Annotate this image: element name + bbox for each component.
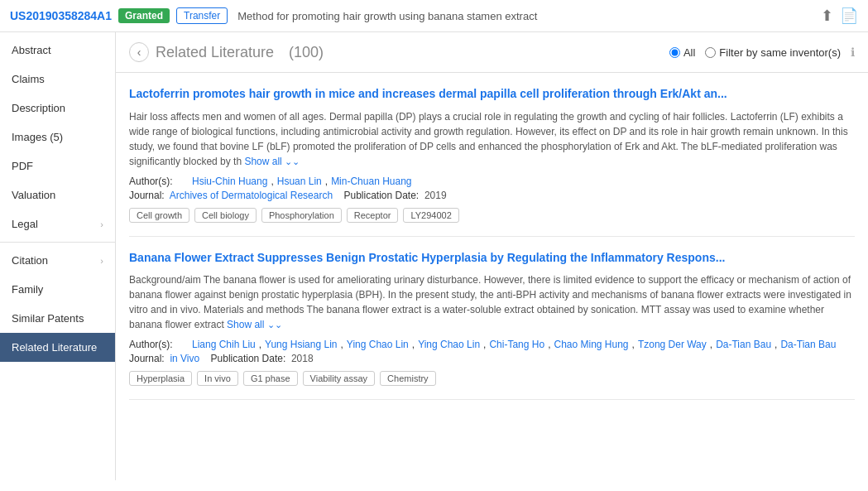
- sidebar-label-pdf: PDF: [12, 160, 33, 172]
- patent-title: Method for promoting hair growth using b…: [237, 10, 537, 22]
- article-title-1[interactable]: Lactoferrin promotes hair growth in mice…: [129, 86, 855, 103]
- sidebar-item-pdf[interactable]: PDF: [0, 152, 115, 181]
- sidebar-label-claims: Claims: [12, 73, 45, 85]
- author-link-1-1[interactable]: Hsuan Lin: [277, 176, 322, 187]
- article-journal-2: Journal: in Vivo Publication Date: 2018: [129, 353, 855, 364]
- tag-1-3[interactable]: Receptor: [347, 208, 399, 223]
- articles-list: Lactoferrin promotes hair growth in mice…: [116, 73, 868, 400]
- pub-date-label-1: Publication Date:: [343, 190, 419, 201]
- sidebar-divider: [0, 242, 115, 243]
- back-icon: ‹: [137, 46, 141, 59]
- info-icon[interactable]: ℹ: [851, 46, 855, 59]
- sidebar-label-citation: Citation: [12, 254, 48, 267]
- pub-date-label-2: Publication Date:: [211, 353, 286, 364]
- sidebar-item-claims[interactable]: Claims: [0, 65, 115, 94]
- tag-2-3[interactable]: Viability assay: [303, 371, 376, 386]
- show-all-1[interactable]: Show all ⌄⌄: [244, 156, 300, 167]
- filter-inventor-option[interactable]: Filter by same inventor(s): [705, 46, 841, 59]
- author-link-2-4[interactable]: Chi-Tang Ho: [489, 339, 544, 350]
- author-link-2-6[interactable]: Tzong Der Way: [638, 339, 707, 350]
- article-authors-1: Author(s): Hsiu-Chin Huang , Hsuan Lin ,…: [129, 176, 855, 187]
- author-link-2-8[interactable]: Da-Tian Bau: [780, 339, 836, 350]
- article-abstract-1: Hair loss affects men and women of all a…: [129, 109, 855, 169]
- authors-label-1: Author(s):: [129, 176, 187, 187]
- author-link-2-7[interactable]: Da-Tian Bau: [716, 339, 771, 350]
- sidebar-item-valuation[interactable]: Valuation: [0, 181, 115, 209]
- sidebar-label-family: Family: [12, 283, 43, 296]
- tag-1-0[interactable]: Cell growth: [129, 208, 189, 223]
- content-header: ‹ Related Literature (100) All Filter by…: [116, 32, 868, 73]
- tag-1-1[interactable]: Cell biology: [194, 208, 257, 223]
- pdf-icon[interactable]: 📄: [840, 7, 858, 25]
- author-link-2-5[interactable]: Chao Ming Hung: [554, 339, 628, 350]
- article-abstract-2: Background/aim The banana flower is used…: [129, 272, 855, 332]
- sidebar-item-legal[interactable]: Legal ›: [0, 209, 115, 238]
- article-tags-2: Hyperplasia In vivo G1 phase Viability a…: [129, 371, 855, 386]
- author-link-2-1[interactable]: Yung Hsiang Lin: [265, 339, 337, 350]
- journal-label-1: Journal:: [129, 190, 165, 201]
- authors-label-2: Author(s):: [129, 339, 187, 350]
- granted-badge: Granted: [118, 8, 170, 23]
- sidebar-item-related-literature[interactable]: Related Literature: [0, 333, 115, 362]
- article-journal-1: Journal: Archives of Dermatological Rese…: [129, 190, 855, 201]
- main-layout: Abstract Claims Description Images (5) P…: [0, 32, 868, 480]
- author-link-2-0[interactable]: Liang Chih Liu: [192, 339, 256, 350]
- abstract-text-1: Hair loss affects men and women of all a…: [129, 111, 848, 167]
- show-all-2[interactable]: Show all ⌄⌄: [227, 319, 282, 330]
- chevron-right-icon-citation: ›: [100, 256, 103, 266]
- sidebar-label-similar: Similar Patents: [12, 312, 84, 325]
- filter-inventor-label: Filter by same inventor(s): [719, 46, 841, 59]
- filter-all-option[interactable]: All: [669, 46, 695, 59]
- tag-1-4[interactable]: LY294002: [403, 208, 458, 223]
- content-title: Related Literature: [156, 44, 282, 61]
- sidebar-label-abstract: Abstract: [12, 44, 51, 56]
- author-link-1-2[interactable]: Min-Chuan Huang: [331, 176, 411, 187]
- tag-2-4[interactable]: Chemistry: [380, 371, 436, 386]
- app-root: US20190358284A1 Granted Transfer Method …: [0, 0, 868, 480]
- sidebar-item-images[interactable]: Images (5): [0, 123, 115, 152]
- pub-date-1: 2019: [424, 190, 447, 201]
- header-icons: ⬆ 📄: [821, 7, 858, 25]
- header: US20190358284A1 Granted Transfer Method …: [0, 0, 868, 32]
- tag-2-0[interactable]: Hyperplasia: [129, 371, 192, 386]
- tag-2-2[interactable]: G1 phase: [243, 371, 298, 386]
- article-title-2[interactable]: Banana Flower Extract Suppresses Benign …: [129, 250, 855, 267]
- filter-inventor-radio[interactable]: [705, 47, 716, 58]
- author-link-2-3[interactable]: Ying Chao Lin: [418, 339, 480, 350]
- tag-1-2[interactable]: Phosphorylation: [261, 208, 342, 223]
- sidebar-label-valuation: Valuation: [12, 189, 55, 201]
- back-button[interactable]: ‹: [129, 42, 149, 62]
- sidebar-item-citation[interactable]: Citation ›: [0, 246, 115, 275]
- result-count: (100): [289, 44, 324, 61]
- chevron-right-icon: ›: [100, 219, 103, 229]
- author-link-2-2[interactable]: Ying Chao Lin: [347, 339, 409, 350]
- journal-link-2[interactable]: in Vivo: [170, 353, 199, 364]
- filter-all-label: All: [683, 46, 695, 59]
- filter-options: All Filter by same inventor(s) ℹ: [669, 46, 855, 59]
- main-content: ‹ Related Literature (100) All Filter by…: [116, 32, 868, 480]
- share-icon[interactable]: ⬆: [821, 7, 833, 25]
- author-link-1-0[interactable]: Hsiu-Chin Huang: [192, 176, 267, 187]
- article-authors-2: Author(s): Liang Chih Liu , Yung Hsiang …: [129, 339, 855, 350]
- authors-wrap-1: Hsiu-Chin Huang , Hsuan Lin , Min-Chuan …: [192, 176, 412, 187]
- sidebar-label-description: Description: [12, 102, 65, 114]
- sidebar-item-family[interactable]: Family: [0, 275, 115, 304]
- patent-id: US20190358284A1: [10, 9, 112, 22]
- journal-link-1[interactable]: Archives of Dermatological Research: [170, 190, 333, 201]
- show-all-arrow-1: ⌄⌄: [285, 156, 300, 166]
- article-tags-1: Cell growth Cell biology Phosphorylation…: [129, 208, 855, 223]
- sidebar-item-similar[interactable]: Similar Patents: [0, 304, 115, 333]
- sidebar-label-related-literature: Related Literature: [12, 341, 97, 354]
- filter-all-radio[interactable]: [669, 47, 680, 58]
- sidebar-label-images: Images (5): [12, 131, 63, 143]
- transfer-badge[interactable]: Transfer: [176, 7, 228, 24]
- show-all-arrow-2: ⌄⌄: [267, 320, 282, 330]
- pub-date-2: 2018: [291, 353, 314, 364]
- sidebar-item-abstract[interactable]: Abstract: [0, 36, 115, 65]
- article-card-1: Lactoferrin promotes hair growth in mice…: [129, 73, 855, 237]
- journal-label-2: Journal:: [129, 353, 165, 364]
- article-card-2: Banana Flower Extract Suppresses Benign …: [129, 237, 855, 401]
- sidebar-label-legal: Legal: [12, 218, 38, 230]
- tag-2-1[interactable]: In vivo: [197, 371, 238, 386]
- sidebar-item-description[interactable]: Description: [0, 94, 115, 123]
